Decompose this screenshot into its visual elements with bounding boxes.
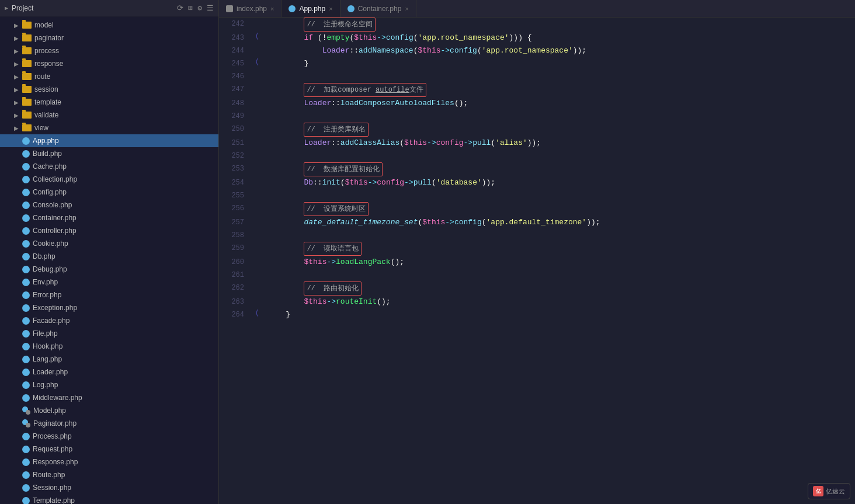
php-file-icon <box>22 214 30 222</box>
folder-route[interactable]: ▶ route <box>0 70 218 83</box>
tab-file-icon <box>289 5 296 12</box>
tab-index-php[interactable]: index.php × <box>219 0 281 17</box>
watermark-logo: 亿 <box>813 486 823 496</box>
file-controller-php[interactable]: Controller.php <box>0 224 218 237</box>
line-number: 248 <box>219 97 251 110</box>
folder-template[interactable]: ▶ template <box>0 96 218 109</box>
code-content <box>263 110 855 123</box>
php-file-icon <box>22 137 30 145</box>
file-name: Paginator.php <box>33 419 77 427</box>
php-file-icon <box>22 176 30 183</box>
folder-model[interactable]: ▶ model <box>0 19 218 32</box>
file-name: Facade.php <box>33 317 69 325</box>
file-model-php[interactable]: Model.php <box>0 404 218 417</box>
code-line-242: 242 // 注册根命名空间 <box>219 18 855 32</box>
folder-arrow: ▶ <box>14 125 22 131</box>
line-number: 257 <box>219 216 251 229</box>
code-line-253: 253 // 数据库配置初始化 <box>219 162 855 176</box>
file-exception-php[interactable]: Exception.php <box>0 301 218 314</box>
tab-close-btn[interactable]: × <box>329 5 332 12</box>
file-config-php[interactable]: Config.php <box>0 186 218 199</box>
code-line-258: 258 <box>219 229 855 242</box>
file-middleware-php[interactable]: Middleware.php <box>0 391 218 404</box>
file-paginator-php[interactable]: Paginator.php <box>0 417 218 430</box>
file-request-php[interactable]: Request.php <box>0 443 218 456</box>
file-name: Response.php <box>33 458 78 466</box>
code-content: // 路由初始化 <box>263 281 855 296</box>
folder-icon <box>22 73 32 80</box>
sync-icon[interactable]: ⟳ <box>177 4 183 13</box>
folder-paginator[interactable]: ▶ paginator <box>0 32 218 44</box>
folder-name: model <box>34 21 54 29</box>
code-content: } <box>263 308 855 321</box>
php-file-icon <box>22 279 30 286</box>
folder-icon <box>22 22 32 29</box>
tab-label: index.php <box>237 5 267 13</box>
file-build-php[interactable]: Build.php <box>0 147 218 160</box>
split-icon[interactable]: ⊞ <box>188 4 193 13</box>
file-name: Error.php <box>33 291 61 299</box>
folder-arrow: ▶ <box>14 74 22 80</box>
php-file-icon <box>22 330 30 338</box>
file-response-php[interactable]: Response.php <box>0 456 218 468</box>
folder-icon <box>22 124 32 131</box>
tab-close-btn[interactable]: × <box>270 5 274 12</box>
file-facade-php[interactable]: Facade.php <box>0 314 218 327</box>
watermark: 亿 亿速云 <box>808 483 850 499</box>
comment-box: // 设置系统时区 <box>304 202 369 216</box>
line-number: 250 <box>219 123 251 135</box>
settings-icon[interactable]: ⚙ <box>197 4 202 13</box>
file-db-php[interactable]: Db.php <box>0 250 218 263</box>
code-line-246: 246 <box>219 70 855 83</box>
tab-close-btn[interactable]: × <box>405 5 408 12</box>
php-file-icon <box>22 446 30 453</box>
php-file-icon <box>22 343 30 350</box>
php-file-icon <box>22 484 30 492</box>
file-console-php[interactable]: Console.php <box>0 199 218 211</box>
folder-view[interactable]: ▶ view <box>0 121 218 134</box>
tab-app-php[interactable]: App.php × <box>281 0 340 17</box>
folder-icon <box>22 99 32 106</box>
file-lang-php[interactable]: Lang.php <box>0 353 218 366</box>
file-app-php[interactable]: App.php <box>0 134 218 147</box>
line-number: 247 <box>219 83 251 96</box>
tab-container-php[interactable]: Container.php × <box>340 0 416 17</box>
file-loader-php[interactable]: Loader.php <box>0 366 218 378</box>
file-log-php[interactable]: Log.php <box>0 378 218 391</box>
code-line-262: 262 // 路由初始化 <box>219 281 855 296</box>
file-collection-php[interactable]: Collection.php <box>0 173 218 186</box>
line-number: 259 <box>219 242 251 255</box>
line-number: 251 <box>219 137 251 150</box>
code-editor[interactable]: 242 // 注册根命名空间 243 ⟨ if (!empty($this->c… <box>219 18 855 504</box>
file-debug-php[interactable]: Debug.php <box>0 263 218 276</box>
code-content: // 读取语言包 <box>263 242 855 256</box>
file-error-php[interactable]: Error.php <box>0 289 218 301</box>
code-content: // 数据库配置初始化 <box>263 162 855 176</box>
file-session-php[interactable]: Session.php <box>0 481 218 494</box>
line-number: 263 <box>219 296 251 308</box>
code-line-251: 251 Loader::addClassAlias($this->config-… <box>219 137 855 150</box>
file-hook-php[interactable]: Hook.php <box>0 340 218 353</box>
file-file-php[interactable]: File.php <box>0 327 218 340</box>
file-name: Collection.php <box>33 175 77 183</box>
code-line-263: 263 $this->routeInit(); <box>219 296 855 308</box>
code-line-250: 250 // 注册类库别名 <box>219 123 855 137</box>
file-route-php[interactable]: Route.php <box>0 468 218 481</box>
folder-name: paginator <box>34 34 64 42</box>
file-cache-php[interactable]: Cache.php <box>0 160 218 173</box>
folder-validate[interactable]: ▶ validate <box>0 109 218 121</box>
php-file-icon <box>22 150 30 158</box>
file-process-php[interactable]: Process.php <box>0 430 218 443</box>
file-env-php[interactable]: Env.php <box>0 276 218 289</box>
watermark-text: 亿速云 <box>826 487 845 496</box>
folder-response[interactable]: ▶ response <box>0 57 218 70</box>
file-template-php[interactable]: Template.php <box>0 494 218 504</box>
code-line-259: 259 // 读取语言包 <box>219 242 855 256</box>
folder-process[interactable]: ▶ process <box>0 44 218 57</box>
more-icon[interactable]: ☰ <box>207 4 214 13</box>
file-cookie-php[interactable]: Cookie.php <box>0 237 218 250</box>
folder-session[interactable]: ▶ session <box>0 83 218 96</box>
file-container-php[interactable]: Container.php <box>0 211 218 224</box>
php-file-icon <box>22 291 30 299</box>
file-name: Controller.php <box>33 227 77 235</box>
